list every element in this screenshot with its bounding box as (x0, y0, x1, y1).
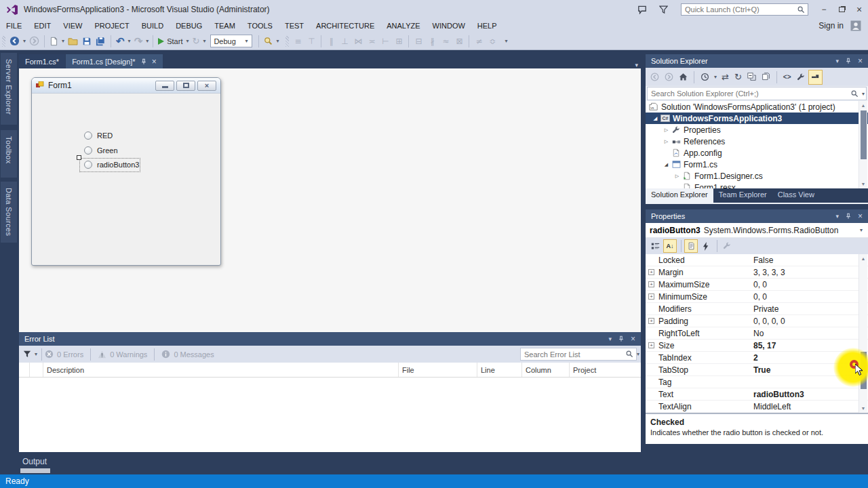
column-line[interactable]: Line (477, 363, 522, 377)
solution-explorer-title-bar[interactable]: Solution Explorer ▾ × (646, 54, 868, 68)
layout-align-icon[interactable]: ≍ (365, 37, 378, 46)
filter-dropdown[interactable]: ▾ (713, 74, 718, 80)
tab-form1-design[interactable]: Form1.cs [Design]* × (66, 54, 163, 68)
menu-analyze[interactable]: ANALYZE (380, 19, 426, 33)
home-button[interactable] (677, 70, 690, 85)
back-button[interactable] (648, 70, 661, 85)
form-minimize-button[interactable] (155, 81, 174, 91)
scroll-down-icon[interactable]: ▼ (859, 180, 867, 188)
property-pages-button[interactable] (720, 239, 734, 253)
start-debug-button[interactable]: Start (156, 34, 184, 49)
properties-title-bar[interactable]: Properties ▾ × (646, 209, 868, 223)
layout-align-icon[interactable]: ⋈ (351, 37, 365, 46)
quick-launch-search[interactable] (681, 3, 808, 16)
property-row-modifiers[interactable]: ModifiersPrivate (646, 303, 868, 315)
toolbar-grip[interactable] (2, 36, 5, 47)
property-row-tabstop[interactable]: TabStopTrue (646, 364, 868, 376)
property-row-locked[interactable]: LockedFalse (646, 254, 868, 266)
expand-property-icon[interactable]: + (648, 269, 654, 275)
search-options-dropdown[interactable]: ▾ (635, 351, 641, 357)
navigate-back-button[interactable] (7, 34, 22, 49)
expander-icon[interactable]: ◢ (651, 116, 660, 121)
menu-team[interactable]: TEAM (208, 19, 241, 33)
form-maximize-button[interactable] (176, 81, 195, 91)
tab-data-sources[interactable]: Data Sources (1, 182, 17, 243)
layout-size-icon[interactable]: ⊟ (412, 37, 425, 46)
minimize-window-button[interactable]: − (815, 3, 833, 16)
menu-build[interactable]: BUILD (136, 19, 170, 33)
error-list-search-input[interactable] (521, 350, 624, 359)
window-position-dropdown-icon[interactable]: ▾ (835, 58, 839, 64)
properties-view-button[interactable] (684, 239, 698, 253)
redo-dropdown[interactable]: ▾ (144, 38, 150, 44)
scrollbar-thumb[interactable] (861, 352, 867, 389)
tree-item-form1-cs[interactable]: ◢ Form1.cs (646, 159, 868, 170)
bottom-tab-solution-explorer[interactable]: Solution Explorer (646, 188, 713, 203)
tab-form1-cs[interactable]: Form1.cs* (19, 54, 65, 68)
close-icon[interactable]: × (858, 211, 863, 221)
restore-window-button[interactable] (833, 3, 850, 16)
menu-architecture[interactable]: ARCHITECTURE (310, 19, 380, 33)
tree-scrollbar[interactable]: ▲ ▼ (859, 101, 867, 188)
bottom-tab-class-view[interactable]: Class View (772, 188, 820, 203)
expander-icon[interactable]: ◢ (662, 162, 671, 167)
solution-configuration-combobox[interactable]: Debug ▾ (210, 35, 252, 47)
menu-debug[interactable]: DEBUG (170, 19, 208, 33)
radio-circle-icon[interactable] (84, 161, 92, 169)
hot-reload-dropdown[interactable]: ▾ (201, 38, 207, 44)
error-list-search[interactable]: ▾ (520, 348, 637, 361)
events-button[interactable] (699, 239, 713, 253)
layout-size-icon[interactable]: ≈ (439, 37, 452, 46)
tab-server-explorer[interactable]: Server Explorer (1, 53, 17, 125)
sign-in-link[interactable]: Sign in (818, 21, 844, 30)
property-grid-scrollbar[interactable]: ▲ ▼ (859, 254, 867, 413)
expander-icon[interactable]: ▷ (662, 127, 671, 133)
document-well-dropdown-icon[interactable]: ▾ (635, 62, 641, 68)
menu-tools[interactable]: TOOLS (241, 19, 279, 33)
filter-notifications-icon[interactable] (659, 5, 668, 14)
close-tab-icon[interactable]: × (152, 57, 157, 66)
menu-test[interactable]: TEST (279, 19, 310, 33)
pin-icon[interactable] (845, 213, 852, 220)
property-row-text[interactable]: TextradioButton3 (646, 388, 868, 401)
menu-file[interactable]: FILE (0, 19, 28, 33)
column-project[interactable]: Project (570, 363, 641, 377)
undo-button[interactable]: ↶ (114, 34, 127, 49)
selection-handle[interactable] (77, 155, 81, 160)
radio-circle-icon[interactable] (84, 131, 92, 140)
layout-align-icon[interactable]: ⊞ (392, 37, 406, 46)
filter-icon[interactable] (23, 350, 31, 358)
pending-changes-filter-button[interactable] (698, 70, 711, 85)
radio-button-3[interactable]: radioButton3 (84, 161, 139, 169)
tree-item-solution[interactable]: vs Solution 'WindowsFormsApplication3' (… (646, 101, 868, 113)
quick-launch-input[interactable] (682, 5, 795, 14)
view-code-button[interactable]: <> (781, 70, 793, 85)
save-all-button[interactable] (94, 34, 108, 49)
solution-explorer-search-input[interactable] (648, 89, 849, 98)
solution-explorer-search[interactable]: ▾ (647, 87, 867, 100)
alphabetical-sort-button[interactable]: A↓ (663, 239, 677, 253)
expand-property-icon[interactable]: + (648, 342, 654, 348)
property-row-righttoleft[interactable]: RightToLeftNo (646, 327, 868, 340)
menu-project[interactable]: PROJECT (88, 19, 135, 33)
form-close-button[interactable]: × (197, 81, 216, 91)
close-icon[interactable]: × (631, 334, 635, 344)
window-position-dropdown-icon[interactable]: ▾ (608, 336, 612, 342)
designed-form-window[interactable]: Form1 × RED Green radioButton3 (31, 77, 221, 266)
start-dropdown[interactable]: ▾ (184, 38, 190, 44)
navigate-back-dropdown[interactable]: ▾ (22, 38, 27, 44)
toolbar-overflow[interactable]: ▾ (503, 38, 509, 44)
forward-button[interactable] (663, 70, 675, 85)
menu-help[interactable]: HELP (471, 19, 503, 33)
pin-icon[interactable] (845, 58, 852, 64)
property-row-maximumsize[interactable]: +MaximumSize0, 0 (646, 279, 868, 291)
property-row-tag[interactable]: Tag (646, 376, 868, 388)
undo-dropdown[interactable]: ▾ (127, 38, 132, 44)
new-file-button[interactable] (47, 34, 60, 49)
expander-icon[interactable]: ▷ (673, 174, 682, 179)
tree-item-form1-designer-cs[interactable]: ▷ Form1.Designer.cs (646, 170, 868, 182)
toolbar-overflow[interactable]: ▾ (275, 38, 280, 44)
property-row-padding[interactable]: +Padding0, 0, 0, 0 (646, 315, 868, 327)
messages-filter-button[interactable]: 0 Messages (161, 350, 214, 359)
menu-window[interactable]: WINDOW (427, 19, 471, 33)
